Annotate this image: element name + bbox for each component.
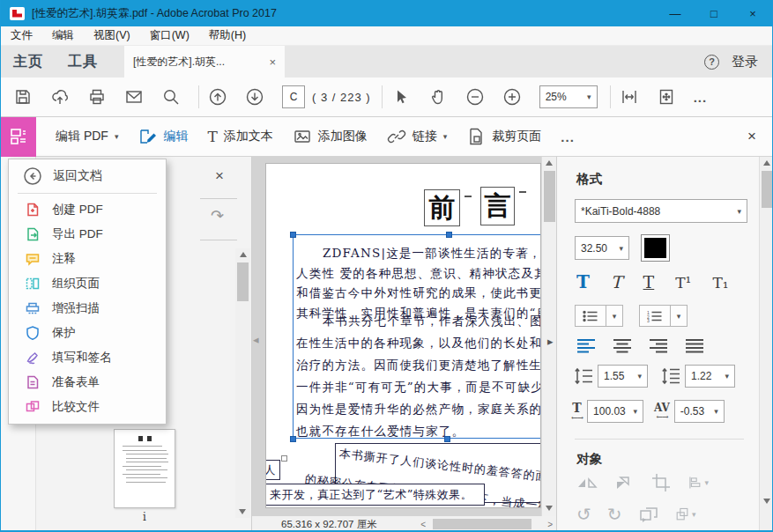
menu-item-enhance-scans[interactable]: 增强扫描 bbox=[9, 296, 166, 321]
scroll-left-icon[interactable]: < bbox=[417, 520, 429, 529]
bulleted-list-button[interactable]: ▾ bbox=[575, 305, 623, 327]
scrollbar-thumb[interactable] bbox=[544, 171, 555, 222]
italic-button[interactable]: T bbox=[611, 272, 622, 292]
selection-handle[interactable] bbox=[290, 436, 296, 442]
align-right-button[interactable] bbox=[649, 338, 668, 354]
document-tab[interactable]: [性爱的艺术].胡英... × bbox=[124, 46, 285, 78]
menu-file[interactable]: 文件 bbox=[1, 28, 42, 43]
tab-tools[interactable]: 工具 bbox=[56, 53, 110, 71]
numbered-list-icon[interactable]: 123 bbox=[639, 305, 671, 327]
rotate-pages-icon[interactable]: ↷ bbox=[211, 206, 224, 225]
scrollbar-track[interactable] bbox=[429, 516, 544, 532]
flip-horizontal-button[interactable] bbox=[576, 472, 598, 493]
scrollbar-thumb[interactable] bbox=[237, 262, 249, 301]
font-family-select[interactable]: *KaiTi-Bold-4888 ▾ bbox=[575, 199, 747, 223]
hand-tool-icon[interactable] bbox=[428, 87, 448, 107]
menu-window[interactable]: 窗口(W) bbox=[140, 28, 199, 43]
edit-pdf-menu[interactable]: 编辑 PDF ▾ bbox=[56, 129, 118, 144]
zoom-level-select[interactable]: 25% ▾ bbox=[539, 85, 598, 108]
menu-item-prepare-form[interactable]: 准备表单 bbox=[9, 370, 166, 395]
align-objects-button[interactable]: ▾ bbox=[688, 472, 709, 493]
fit-page-icon[interactable] bbox=[657, 87, 676, 107]
previous-page-icon[interactable] bbox=[208, 87, 227, 107]
link-menu[interactable]: 链接 ▾ bbox=[387, 127, 448, 146]
panel-close-icon[interactable]: × bbox=[215, 167, 224, 185]
close-button[interactable]: × bbox=[733, 0, 772, 26]
arrange-objects-button[interactable]: ▾ bbox=[675, 504, 696, 525]
page-number-input[interactable]: C bbox=[282, 85, 305, 108]
underline-button[interactable]: T bbox=[643, 272, 655, 292]
edit-pdf-tool-icon[interactable] bbox=[1, 117, 36, 157]
add-text-button[interactable]: T 添加文本 bbox=[207, 128, 272, 145]
toolbar-more-button[interactable]: ... bbox=[694, 90, 708, 105]
zoom-in-icon[interactable] bbox=[502, 87, 522, 107]
chevron-down-icon[interactable]: ▾ bbox=[606, 305, 623, 327]
align-left-button[interactable] bbox=[576, 338, 596, 354]
flip-vertical-button[interactable] bbox=[613, 472, 635, 493]
title-char-box[interactable]: 前 bbox=[424, 189, 460, 226]
bulleted-list-icon[interactable] bbox=[575, 305, 606, 327]
scroll-down-icon[interactable] bbox=[546, 506, 553, 511]
numbered-list-button[interactable]: 123 ▾ bbox=[639, 305, 688, 327]
collapse-left-icon[interactable]: ◂ bbox=[253, 333, 259, 346]
page-thumbnail[interactable] bbox=[114, 429, 175, 508]
chevron-down-icon[interactable]: ▾ bbox=[671, 305, 688, 327]
font-color-swatch[interactable] bbox=[641, 234, 670, 262]
scroll-down-icon[interactable] bbox=[239, 509, 246, 514]
scroll-down-icon[interactable] bbox=[763, 499, 770, 504]
close-tool-icon[interactable]: × bbox=[747, 128, 756, 145]
line-spacing-select[interactable]: 1.55 ▾ bbox=[598, 365, 648, 388]
email-icon[interactable] bbox=[124, 87, 144, 107]
crop-object-button[interactable] bbox=[650, 472, 672, 493]
align-center-button[interactable] bbox=[613, 338, 632, 354]
next-page-icon[interactable] bbox=[245, 87, 264, 107]
add-image-button[interactable]: 添加图像 bbox=[293, 127, 368, 146]
sign-in-button[interactable]: 登录 bbox=[732, 54, 758, 70]
scroll-right-icon[interactable]: > bbox=[544, 520, 556, 529]
selection-handle[interactable] bbox=[446, 232, 452, 238]
menu-item-protect[interactable]: 保护 bbox=[9, 321, 166, 345]
share-upload-icon[interactable] bbox=[50, 87, 70, 107]
title-char-box[interactable]: 言 bbox=[480, 187, 515, 225]
pdf-page[interactable]: 前 言 ZDFANS|这是一部谈性生活的专著，它用科学的态 人类性 爱的各种思想… bbox=[265, 163, 541, 508]
bold-button[interactable]: T bbox=[576, 271, 590, 292]
help-icon[interactable]: ? bbox=[704, 55, 719, 70]
save-icon[interactable] bbox=[13, 87, 33, 107]
scroll-up-icon[interactable] bbox=[240, 252, 247, 257]
tab-home[interactable]: 主页 bbox=[1, 53, 56, 71]
scroll-up-icon[interactable] bbox=[546, 160, 553, 166]
fit-width-icon[interactable] bbox=[620, 87, 639, 107]
paragraph-spacing-select[interactable]: 1.22 ▾ bbox=[685, 365, 735, 388]
replace-image-button[interactable] bbox=[638, 504, 659, 525]
scrollbar-thumb[interactable] bbox=[433, 519, 531, 529]
menu-edit[interactable]: 编辑 bbox=[42, 28, 84, 43]
small-text-box[interactable]: 人 bbox=[265, 460, 280, 480]
menu-item-organize-pages[interactable]: 组织页面 bbox=[9, 271, 166, 296]
select-tool-icon[interactable] bbox=[391, 87, 411, 107]
edit-toolbar-more-button[interactable]: ... bbox=[561, 129, 575, 144]
minimize-button[interactable]: — bbox=[656, 0, 695, 26]
menu-help[interactable]: 帮助(H) bbox=[199, 28, 256, 43]
align-justify-button[interactable] bbox=[685, 338, 704, 354]
scroll-up-icon[interactable] bbox=[763, 160, 770, 166]
crop-pages-button[interactable]: 裁剪页面 bbox=[466, 127, 541, 146]
superscript-button[interactable]: T¹ bbox=[675, 274, 691, 292]
character-spacing-select[interactable]: -0.53 ▾ bbox=[674, 400, 725, 423]
horizontal-scale-select[interactable]: 100.03 ▾ bbox=[587, 400, 643, 423]
collapse-right-icon[interactable]: ▸ bbox=[547, 335, 554, 348]
menu-item-comment[interactable]: 注释 bbox=[9, 247, 166, 271]
rotate-cw-button[interactable]: ↻ bbox=[607, 504, 622, 525]
menu-item-create-pdf[interactable]: 创建 PDF bbox=[9, 197, 166, 222]
font-size-select[interactable]: 32.50 ▾ bbox=[575, 236, 629, 260]
print-icon[interactable] bbox=[87, 87, 107, 107]
document-horizontal-scrollbar[interactable]: < > bbox=[417, 516, 556, 532]
format-panel-scrollbar[interactable] bbox=[759, 157, 773, 532]
menu-item-fill-sign[interactable]: 填写和签名 bbox=[9, 345, 166, 370]
scrollbar-thumb[interactable] bbox=[762, 171, 772, 208]
boxed-text-line[interactable]: 来开发，真正达到了“艺术”特殊效果。 bbox=[265, 484, 485, 506]
back-to-document-item[interactable]: 返回文档 bbox=[9, 159, 166, 193]
rotate-ccw-button[interactable]: ↺ bbox=[576, 504, 591, 525]
menu-view[interactable]: 视图(V) bbox=[84, 28, 140, 43]
maximize-button[interactable]: □ bbox=[695, 0, 733, 26]
selection-handle[interactable] bbox=[290, 232, 296, 238]
